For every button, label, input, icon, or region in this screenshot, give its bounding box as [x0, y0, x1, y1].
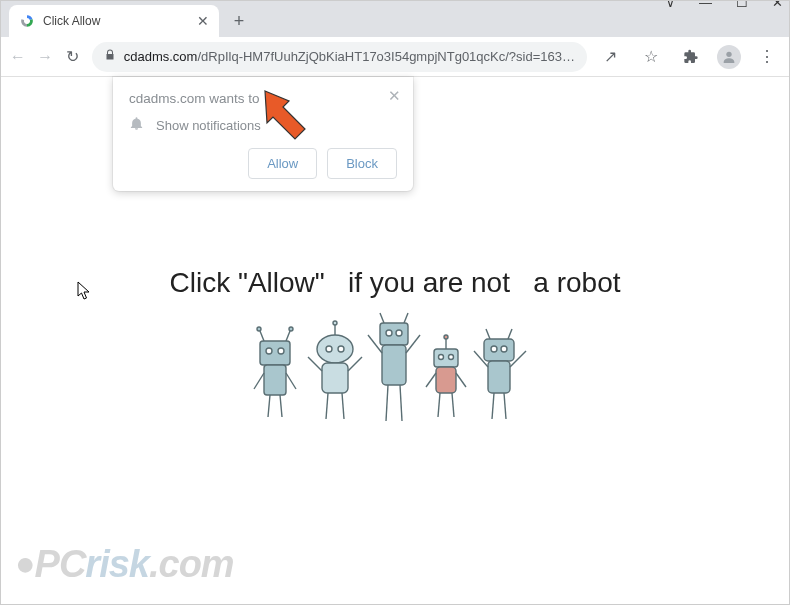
svg-line-2 — [260, 331, 264, 341]
svg-point-17 — [338, 346, 344, 352]
page-content: ✕ cdadms.com wants to Show notifications… — [1, 77, 789, 594]
forward-button[interactable]: → — [37, 43, 55, 71]
svg-line-45 — [508, 329, 512, 339]
url-host: cdadms.com — [124, 49, 198, 64]
main-message-part3: a robot — [533, 267, 620, 298]
svg-line-31 — [386, 385, 388, 421]
svg-line-21 — [326, 393, 328, 419]
svg-point-36 — [439, 355, 444, 360]
svg-point-47 — [501, 346, 507, 352]
window-minimize-button[interactable]: — — [699, 0, 712, 10]
svg-rect-28 — [382, 345, 406, 385]
pointer-arrow-icon — [259, 85, 319, 141]
recaptcha-icon — [19, 13, 35, 29]
main-message: Click "Allow" if you are not a robot — [1, 267, 789, 299]
profile-avatar[interactable] — [717, 45, 741, 69]
main-message-part1: Click "Allow" — [170, 267, 325, 298]
new-tab-button[interactable]: + — [225, 7, 253, 35]
svg-line-22 — [342, 393, 344, 419]
mouse-cursor-icon — [77, 281, 91, 301]
svg-point-6 — [266, 348, 272, 354]
popup-close-icon[interactable]: ✕ — [388, 87, 401, 105]
kebab-menu-icon[interactable]: ⋮ — [753, 43, 781, 71]
url-text: cdadms.com/dRpIlq-HM7fUuhZjQbKiaHT17o3I5… — [124, 49, 575, 64]
svg-line-20 — [348, 357, 362, 371]
allow-button[interactable]: Allow — [248, 148, 317, 179]
svg-line-39 — [426, 373, 436, 387]
svg-rect-1 — [260, 341, 290, 365]
extensions-icon[interactable] — [677, 43, 705, 71]
svg-point-46 — [491, 346, 497, 352]
svg-line-10 — [286, 373, 296, 389]
window-maximize-button[interactable]: ☐ — [736, 0, 748, 10]
browser-toolbar: ← → ↻ cdadms.com/dRpIlq-HM7fUuhZjQbKiaHT… — [1, 37, 789, 77]
tab-strip: Click Allow ✕ + ∨ — ☐ ✕ — [1, 1, 789, 37]
svg-rect-8 — [264, 365, 286, 395]
robots-illustration — [250, 305, 540, 435]
svg-point-27 — [396, 330, 402, 336]
svg-line-41 — [438, 393, 440, 417]
reload-button[interactable]: ↻ — [64, 43, 82, 71]
tab-title: Click Allow — [43, 14, 189, 28]
svg-point-16 — [326, 346, 332, 352]
svg-point-13 — [317, 335, 353, 363]
svg-rect-48 — [488, 361, 510, 393]
popup-option-label: Show notifications — [156, 118, 261, 133]
svg-rect-18 — [322, 363, 348, 393]
block-button[interactable]: Block — [327, 148, 397, 179]
lock-icon — [104, 49, 116, 64]
svg-line-4 — [286, 331, 290, 341]
svg-point-3 — [257, 327, 261, 331]
svg-line-32 — [400, 385, 402, 421]
svg-point-15 — [333, 321, 337, 325]
main-message-part2: if you are not — [348, 267, 510, 298]
svg-line-9 — [254, 373, 264, 389]
watermark-tld: .com — [149, 543, 234, 585]
svg-rect-23 — [380, 323, 408, 345]
tab-close-icon[interactable]: ✕ — [197, 13, 209, 29]
svg-point-26 — [386, 330, 392, 336]
svg-line-40 — [456, 373, 466, 387]
svg-line-11 — [268, 395, 270, 417]
svg-line-24 — [380, 313, 384, 323]
svg-point-35 — [444, 335, 448, 339]
bookmark-star-icon[interactable]: ☆ — [637, 43, 665, 71]
svg-line-19 — [308, 357, 322, 371]
svg-line-51 — [492, 393, 494, 419]
svg-rect-33 — [434, 349, 458, 367]
svg-line-42 — [452, 393, 454, 417]
window-close-button[interactable]: ✕ — [772, 0, 783, 10]
svg-line-25 — [404, 313, 408, 323]
browser-tab[interactable]: Click Allow ✕ — [9, 5, 219, 37]
svg-rect-38 — [436, 367, 456, 393]
address-bar[interactable]: cdadms.com/dRpIlq-HM7fUuhZjQbKiaHT17o3I5… — [92, 42, 587, 72]
svg-point-7 — [278, 348, 284, 354]
bell-icon — [129, 116, 144, 134]
svg-point-0 — [726, 51, 731, 56]
url-path: /dRpIlq-HM7fUuhZjQbKiaHT17o3I54gmpjNTg01… — [197, 49, 575, 64]
tab-search-icon[interactable]: ∨ — [666, 0, 675, 10]
svg-rect-43 — [484, 339, 514, 361]
share-icon[interactable]: ↗ — [597, 43, 625, 71]
watermark-pc: PC — [35, 543, 86, 585]
svg-line-52 — [504, 393, 506, 419]
svg-point-37 — [449, 355, 454, 360]
watermark-risk: risk — [85, 543, 149, 585]
watermark: ●PCrisk.com — [15, 543, 234, 586]
svg-line-12 — [280, 395, 282, 417]
svg-point-5 — [289, 327, 293, 331]
back-button[interactable]: ← — [9, 43, 27, 71]
svg-line-44 — [486, 329, 490, 339]
